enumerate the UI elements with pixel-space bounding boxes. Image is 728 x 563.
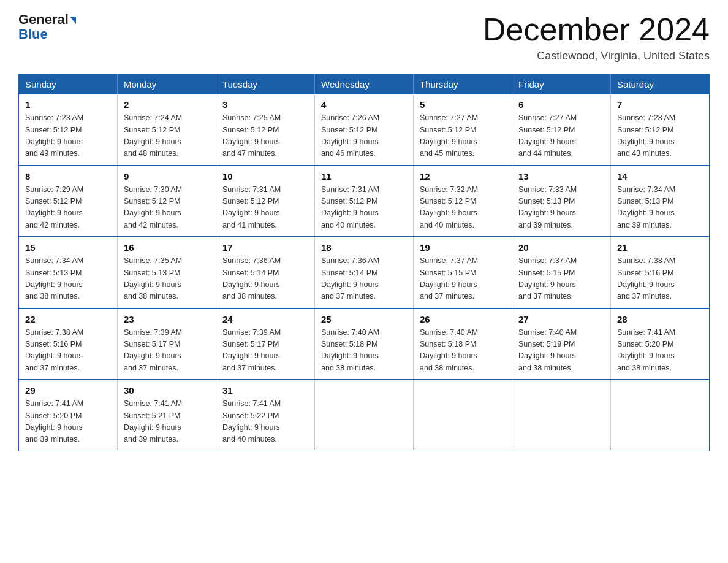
title-block: December 2024 Castlewood, Virginia, Unit…: [483, 12, 710, 63]
day-info: Sunrise: 7:26 AMSunset: 5:12 PMDaylight:…: [321, 112, 407, 160]
calendar-week-row: 29 Sunrise: 7:41 AMSunset: 5:20 PMDaylig…: [19, 380, 710, 451]
day-number: 24: [222, 314, 308, 324]
calendar-cell: 20 Sunrise: 7:37 AMSunset: 5:15 PMDaylig…: [512, 237, 611, 308]
day-number: 12: [420, 171, 506, 182]
day-number: 7: [617, 99, 703, 110]
day-info: Sunrise: 7:36 AMSunset: 5:14 PMDaylight:…: [222, 255, 308, 303]
calendar-cell: 27 Sunrise: 7:40 AMSunset: 5:19 PMDaylig…: [512, 308, 611, 380]
day-number: 1: [25, 99, 111, 110]
day-number: 25: [321, 314, 407, 324]
calendar-cell: [315, 380, 414, 451]
calendar-header-monday: Monday: [118, 74, 216, 95]
calendar-cell: 23 Sunrise: 7:39 AMSunset: 5:17 PMDaylig…: [118, 308, 216, 380]
month-title: December 2024: [483, 12, 710, 47]
calendar-cell: 10 Sunrise: 7:31 AMSunset: 5:12 PMDaylig…: [216, 166, 315, 237]
day-number: 2: [124, 99, 210, 110]
day-number: 16: [124, 242, 210, 253]
calendar-header-friday: Friday: [512, 74, 611, 95]
calendar-cell: 30 Sunrise: 7:41 AMSunset: 5:21 PMDaylig…: [118, 380, 216, 451]
day-number: 3: [222, 99, 308, 110]
day-info: Sunrise: 7:39 AMSunset: 5:17 PMDaylight:…: [124, 327, 210, 375]
calendar-cell: 9 Sunrise: 7:30 AMSunset: 5:12 PMDayligh…: [118, 166, 216, 237]
calendar-cell: 29 Sunrise: 7:41 AMSunset: 5:20 PMDaylig…: [19, 380, 118, 451]
day-info: Sunrise: 7:33 AMSunset: 5:13 PMDaylight:…: [518, 184, 604, 232]
day-info: Sunrise: 7:27 AMSunset: 5:12 PMDaylight:…: [420, 112, 506, 160]
calendar-cell: 17 Sunrise: 7:36 AMSunset: 5:14 PMDaylig…: [216, 237, 315, 308]
calendar-week-row: 15 Sunrise: 7:34 AMSunset: 5:13 PMDaylig…: [19, 237, 710, 308]
calendar-header-sunday: Sunday: [19, 74, 118, 95]
calendar-week-row: 22 Sunrise: 7:38 AMSunset: 5:16 PMDaylig…: [19, 308, 710, 380]
day-info: Sunrise: 7:36 AMSunset: 5:14 PMDaylight:…: [321, 255, 407, 303]
day-number: 31: [222, 385, 308, 396]
calendar-cell: [414, 380, 512, 451]
calendar-table: SundayMondayTuesdayWednesdayThursdayFrid…: [18, 74, 710, 451]
day-info: Sunrise: 7:23 AMSunset: 5:12 PMDaylight:…: [25, 112, 111, 160]
calendar-cell: 7 Sunrise: 7:28 AMSunset: 5:12 PMDayligh…: [611, 94, 710, 166]
calendar-week-row: 1 Sunrise: 7:23 AMSunset: 5:12 PMDayligh…: [19, 94, 710, 166]
day-info: Sunrise: 7:34 AMSunset: 5:13 PMDaylight:…: [617, 184, 703, 232]
calendar-cell: 13 Sunrise: 7:33 AMSunset: 5:13 PMDaylig…: [512, 166, 611, 237]
logo-blue: Blue: [18, 26, 48, 42]
calendar-cell: 1 Sunrise: 7:23 AMSunset: 5:12 PMDayligh…: [19, 94, 118, 166]
calendar-header-tuesday: Tuesday: [216, 74, 315, 95]
day-number: 15: [25, 242, 111, 253]
day-info: Sunrise: 7:41 AMSunset: 5:20 PMDaylight:…: [617, 327, 703, 375]
day-info: Sunrise: 7:37 AMSunset: 5:15 PMDaylight:…: [420, 255, 506, 303]
calendar-cell: 6 Sunrise: 7:27 AMSunset: 5:12 PMDayligh…: [512, 94, 611, 166]
day-number: 10: [222, 171, 308, 182]
day-number: 26: [420, 314, 506, 324]
day-number: 28: [617, 314, 703, 324]
day-number: 23: [124, 314, 210, 324]
day-info: Sunrise: 7:37 AMSunset: 5:15 PMDaylight:…: [518, 255, 604, 303]
location-subtitle: Castlewood, Virginia, United States: [483, 50, 710, 63]
day-info: Sunrise: 7:40 AMSunset: 5:18 PMDaylight:…: [420, 327, 506, 375]
day-number: 4: [321, 99, 407, 110]
day-info: Sunrise: 7:24 AMSunset: 5:12 PMDaylight:…: [124, 112, 210, 160]
calendar-cell: [512, 380, 611, 451]
calendar-cell: 11 Sunrise: 7:31 AMSunset: 5:12 PMDaylig…: [315, 166, 414, 237]
day-info: Sunrise: 7:29 AMSunset: 5:12 PMDaylight:…: [25, 184, 111, 232]
logo: General Blue: [18, 12, 76, 42]
day-info: Sunrise: 7:39 AMSunset: 5:17 PMDaylight:…: [222, 327, 308, 375]
calendar-cell: 8 Sunrise: 7:29 AMSunset: 5:12 PMDayligh…: [19, 166, 118, 237]
day-info: Sunrise: 7:27 AMSunset: 5:12 PMDaylight:…: [518, 112, 604, 160]
day-number: 27: [518, 314, 604, 324]
calendar-cell: 3 Sunrise: 7:25 AMSunset: 5:12 PMDayligh…: [216, 94, 315, 166]
calendar-cell: 21 Sunrise: 7:38 AMSunset: 5:16 PMDaylig…: [611, 237, 710, 308]
page-header: General Blue December 2024 Castlewood, V…: [18, 12, 710, 63]
day-number: 29: [25, 385, 111, 396]
calendar-cell: 18 Sunrise: 7:36 AMSunset: 5:14 PMDaylig…: [315, 237, 414, 308]
day-info: Sunrise: 7:30 AMSunset: 5:12 PMDaylight:…: [124, 184, 210, 232]
day-number: 13: [518, 171, 604, 182]
logo-text: General Blue: [18, 12, 76, 42]
calendar-cell: 19 Sunrise: 7:37 AMSunset: 5:15 PMDaylig…: [414, 237, 512, 308]
calendar-cell: 28 Sunrise: 7:41 AMSunset: 5:20 PMDaylig…: [611, 308, 710, 380]
calendar-header-thursday: Thursday: [414, 74, 512, 95]
day-number: 9: [124, 171, 210, 182]
day-info: Sunrise: 7:25 AMSunset: 5:12 PMDaylight:…: [222, 112, 308, 160]
day-number: 6: [518, 99, 604, 110]
calendar-cell: 22 Sunrise: 7:38 AMSunset: 5:16 PMDaylig…: [19, 308, 118, 380]
day-number: 8: [25, 171, 111, 182]
day-info: Sunrise: 7:40 AMSunset: 5:18 PMDaylight:…: [321, 327, 407, 375]
day-info: Sunrise: 7:31 AMSunset: 5:12 PMDaylight:…: [321, 184, 407, 232]
calendar-header-wednesday: Wednesday: [315, 74, 414, 95]
logo-arrow-icon: [70, 17, 76, 24]
day-number: 22: [25, 314, 111, 324]
calendar-cell: 4 Sunrise: 7:26 AMSunset: 5:12 PMDayligh…: [315, 94, 414, 166]
day-number: 20: [518, 242, 604, 253]
calendar-cell: 15 Sunrise: 7:34 AMSunset: 5:13 PMDaylig…: [19, 237, 118, 308]
day-info: Sunrise: 7:38 AMSunset: 5:16 PMDaylight:…: [617, 255, 703, 303]
day-info: Sunrise: 7:35 AMSunset: 5:13 PMDaylight:…: [124, 255, 210, 303]
calendar-cell: 25 Sunrise: 7:40 AMSunset: 5:18 PMDaylig…: [315, 308, 414, 380]
calendar-cell: 12 Sunrise: 7:32 AMSunset: 5:12 PMDaylig…: [414, 166, 512, 237]
calendar-cell: [611, 380, 710, 451]
day-info: Sunrise: 7:41 AMSunset: 5:20 PMDaylight:…: [25, 398, 111, 446]
day-info: Sunrise: 7:31 AMSunset: 5:12 PMDaylight:…: [222, 184, 308, 232]
calendar-cell: 2 Sunrise: 7:24 AMSunset: 5:12 PMDayligh…: [118, 94, 216, 166]
calendar-header-row: SundayMondayTuesdayWednesdayThursdayFrid…: [19, 74, 710, 95]
day-info: Sunrise: 7:28 AMSunset: 5:12 PMDaylight:…: [617, 112, 703, 160]
day-info: Sunrise: 7:41 AMSunset: 5:22 PMDaylight:…: [222, 398, 308, 446]
day-info: Sunrise: 7:41 AMSunset: 5:21 PMDaylight:…: [124, 398, 210, 446]
calendar-week-row: 8 Sunrise: 7:29 AMSunset: 5:12 PMDayligh…: [19, 166, 710, 237]
